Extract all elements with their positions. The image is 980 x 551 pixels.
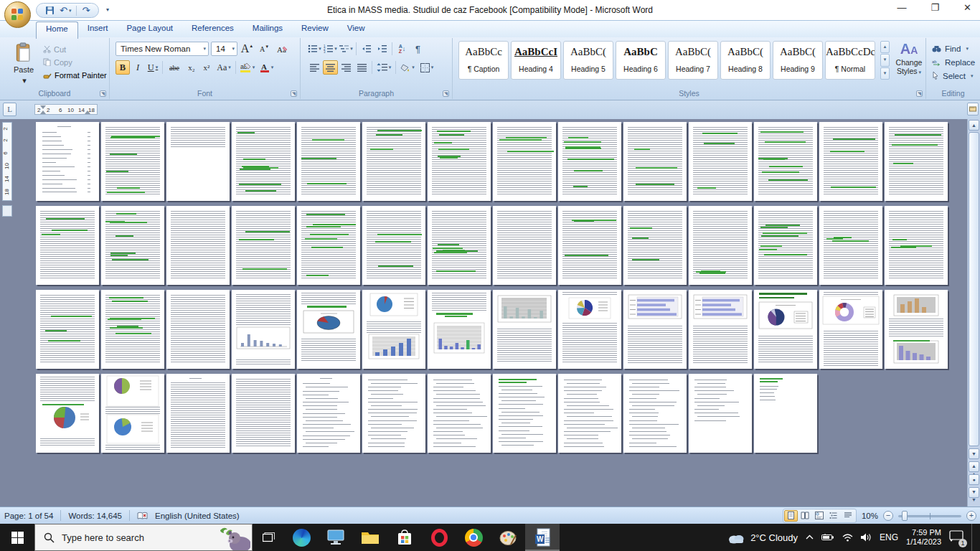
page-thumbnail-44[interactable] (101, 374, 164, 453)
select-button[interactable]: Select▾ (932, 70, 973, 82)
tray-chevron-icon[interactable] (806, 534, 814, 540)
clock[interactable]: 7:59 PM 1/14/2023 (906, 528, 941, 547)
page-thumbnail-14[interactable] (885, 122, 948, 201)
page-thumbnail-17[interactable] (166, 206, 230, 285)
page-thumbnail-23[interactable] (558, 206, 621, 285)
replace-button[interactable]: ab Replace (932, 56, 975, 68)
find-button[interactable]: Find▾ (932, 42, 969, 55)
page-thumbnail-10[interactable] (623, 122, 687, 201)
page-thumbnail-50[interactable] (493, 374, 556, 453)
line-spacing-button[interactable]: ▾ (374, 60, 393, 75)
language-input-indicator[interactable]: ENG (880, 532, 898, 542)
page-thumbnail-42[interactable] (885, 290, 948, 369)
format-painter-button[interactable]: Format Painter (43, 69, 107, 81)
tab-references[interactable]: References (182, 21, 243, 38)
page-thumbnail-9[interactable] (558, 122, 621, 201)
zoom-out-button[interactable]: − (883, 511, 893, 521)
page-thumbnail-30[interactable] (101, 290, 164, 369)
page-thumbnail-13[interactable] (819, 122, 882, 201)
paragraph-dialog-launcher[interactable]: ◥ (443, 90, 449, 97)
page-thumbnail-31[interactable] (166, 290, 230, 369)
style-caption[interactable]: AaBbCc¶ Caption (458, 41, 509, 80)
tab-selector-button[interactable]: L (3, 103, 17, 116)
paste-button[interactable]: Paste▾ (7, 42, 40, 86)
italic-button[interactable]: I (131, 60, 145, 75)
page-thumbnail-38[interactable] (623, 290, 687, 369)
style-heading-6[interactable]: AaBbCHeading 6 (616, 41, 666, 80)
align-left-button[interactable] (307, 60, 322, 75)
styles-scroll-up[interactable]: ▲ (880, 41, 890, 53)
page-thumbnail-16[interactable] (101, 206, 164, 285)
customize-qat-button[interactable]: ▾ (106, 6, 109, 13)
page-thumbnail-5[interactable] (297, 122, 360, 201)
page-thumbnail-40[interactable] (754, 290, 817, 369)
select-browse-object-button[interactable]: ● (969, 474, 979, 485)
previous-page-button[interactable]: ▲▲ (969, 461, 979, 472)
page-thumbnail-11[interactable] (689, 122, 752, 201)
action-center-button[interactable]: 1 (949, 530, 963, 545)
page-thumbnail-4[interactable] (232, 122, 295, 201)
copy-button[interactable]: Copy (43, 56, 72, 68)
increase-indent-button[interactable] (374, 42, 390, 56)
tab-page-layout[interactable]: Page Layout (117, 21, 182, 38)
scrollbar-thumb[interactable] (969, 132, 979, 446)
zoom-slider-thumb[interactable] (902, 511, 908, 521)
full-screen-reading-view-button[interactable] (798, 510, 812, 522)
page-thumbnail-51[interactable] (558, 374, 621, 453)
first-line-indent-marker[interactable] (40, 105, 46, 109)
page-thumbnail-26[interactable] (754, 206, 817, 285)
page-thumbnail-47[interactable] (297, 374, 360, 453)
page-thumbnail-52[interactable] (623, 374, 687, 453)
battery-icon[interactable] (821, 534, 834, 541)
shrink-font-button[interactable]: A▼ (257, 42, 272, 56)
taskbar-search-box[interactable]: Type here to search (34, 524, 253, 551)
highlight-color-button[interactable]: ab▾ (238, 60, 257, 75)
decrease-indent-button[interactable] (359, 42, 374, 56)
page-thumbnail-43[interactable] (36, 374, 99, 453)
office-button[interactable] (4, 1, 31, 28)
tab-review[interactable]: Review (292, 21, 338, 38)
page-thumbnail-8[interactable] (493, 122, 556, 201)
scroll-down-button[interactable]: ▼ (969, 448, 979, 459)
change-styles-button[interactable]: AA Change Styles▾ (893, 41, 925, 85)
justify-button[interactable] (354, 60, 369, 75)
page-thumbnail-24[interactable] (623, 206, 687, 285)
page-thumbnail-27[interactable] (819, 206, 882, 285)
page-thumbnail-20[interactable] (362, 206, 425, 285)
align-right-button[interactable] (339, 60, 354, 75)
wifi-icon[interactable] (842, 534, 853, 542)
page-thumbnail-46[interactable] (232, 374, 295, 453)
word-count[interactable]: Words: 14,645 (68, 512, 122, 520)
page-thumbnail-6[interactable] (362, 122, 425, 201)
style-heading-9[interactable]: AaBbC(Heading 9 (773, 41, 823, 80)
style-heading-8[interactable]: AaBbC(Heading 8 (720, 41, 771, 80)
taskbar-app-opera[interactable] (422, 524, 456, 551)
font-size-select[interactable]: 14▾ (211, 42, 237, 56)
taskbar-app-word[interactable]: W (525, 524, 560, 551)
close-button[interactable]: ✕ (963, 2, 971, 13)
page-thumbnail-19[interactable] (297, 206, 360, 285)
page-thumbnail-29[interactable] (36, 290, 99, 369)
taskbar-app-this-pc[interactable] (319, 524, 353, 551)
save-button[interactable] (45, 6, 55, 15)
page-thumbnail-15[interactable] (36, 206, 99, 285)
volume-icon[interactable] (861, 533, 872, 542)
align-center-button[interactable] (323, 60, 338, 75)
minimize-button[interactable]: — (897, 2, 906, 13)
zoom-in-button[interactable]: + (966, 511, 976, 521)
superscript-button[interactable]: x² (199, 60, 214, 75)
styles-scroll-down[interactable]: ▼ (880, 54, 890, 66)
page-thumbnail-18[interactable] (232, 206, 295, 285)
shading-button[interactable]: ▾ (398, 60, 417, 75)
zoom-level[interactable]: 10% (862, 512, 878, 520)
change-case-button[interactable]: Aa▾ (215, 60, 233, 75)
view-ruler-toggle-button[interactable] (967, 103, 979, 116)
page-thumbnail-1[interactable] (36, 122, 99, 201)
web-layout-view-button[interactable] (813, 510, 826, 522)
next-page-button[interactable]: ▼▼ (969, 487, 979, 498)
style-heading-7[interactable]: AaBbC(Heading 7 (668, 41, 718, 80)
page-thumbnail-7[interactable] (428, 122, 491, 201)
bold-button[interactable]: B (116, 60, 130, 75)
clear-formatting-button[interactable]: Aa (274, 42, 291, 56)
redo-button[interactable]: ↷ (82, 6, 90, 15)
